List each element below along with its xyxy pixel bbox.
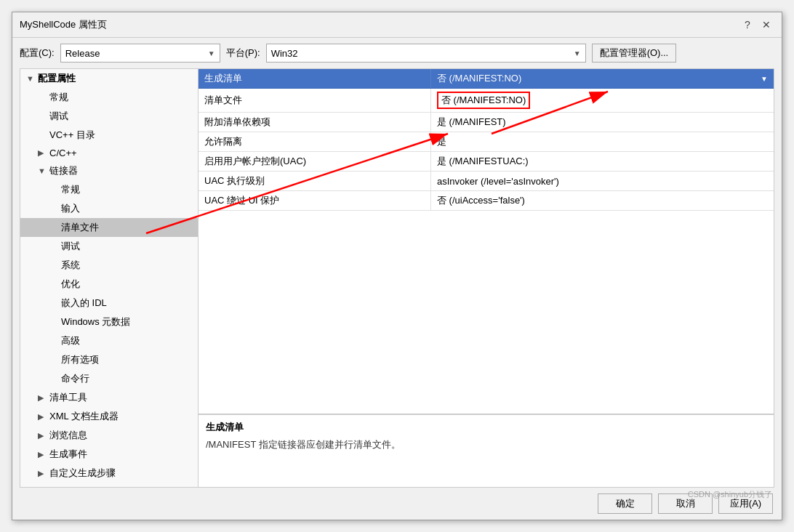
- prop-name-3: 启用用户帐户控制(UAC): [198, 152, 431, 171]
- sidebar-item-13[interactable]: Windows 元数据: [20, 313, 198, 331]
- config-value: Release: [65, 48, 100, 59]
- sidebar-item-4[interactable]: ▶C/C++: [20, 145, 198, 161]
- platform-dropdown-arrow: ▼: [574, 49, 581, 57]
- sidebar-item-1[interactable]: 常规: [20, 88, 198, 107]
- config-label: 配置(C):: [20, 47, 55, 60]
- config-dropdown[interactable]: Release ▼: [60, 44, 220, 63]
- watermark: CSDN @shinyub分钱了: [688, 489, 772, 500]
- expand-icon-21[interactable]: ▶: [38, 469, 49, 478]
- sidebar-label-6: 常规: [61, 183, 80, 196]
- sidebar-label-11: 优化: [61, 278, 80, 291]
- sidebar-item-15[interactable]: 所有选项: [20, 350, 198, 369]
- sidebar-label-19: 浏览信息: [49, 429, 87, 442]
- expand-icon-20[interactable]: ▶: [38, 450, 49, 459]
- manage-config-button[interactable]: 配置管理器(O)...: [592, 44, 677, 63]
- sidebar-item-18[interactable]: ▶XML 文档生成器: [20, 407, 198, 426]
- help-button[interactable]: ?: [739, 17, 755, 33]
- sidebar-label-9: 调试: [61, 240, 80, 253]
- sidebar-item-14[interactable]: 高级: [20, 331, 198, 350]
- sidebar-label-21: 自定义生成步骤: [49, 467, 116, 480]
- expand-icon-0[interactable]: ▼: [26, 74, 38, 83]
- sidebar-item-12[interactable]: 嵌入的 IDL: [20, 294, 198, 313]
- expand-icon-18[interactable]: ▶: [38, 412, 49, 422]
- platform-dropdown[interactable]: Win32 ▼: [266, 44, 586, 63]
- sidebar-label-22: 代码分析: [49, 485, 87, 487]
- header-value-col[interactable]: 否 (/MANIFEST:NO) ▼: [431, 69, 774, 88]
- expand-icon-19[interactable]: ▶: [38, 431, 49, 440]
- close-button[interactable]: ✕: [758, 17, 774, 33]
- sidebar-item-8[interactable]: 清单文件: [20, 218, 198, 237]
- sidebar-label-14: 高级: [61, 334, 80, 347]
- sidebar-label-18: XML 文档生成器: [49, 410, 119, 423]
- sidebar-item-5[interactable]: ▼链接器: [20, 161, 198, 180]
- sidebar-item-20[interactable]: ▶生成事件: [20, 445, 198, 464]
- prop-row-0[interactable]: 清单文件否 (/MANIFEST:NO): [198, 89, 774, 113]
- platform-label: 平台(P):: [226, 47, 260, 60]
- prop-name-2: 允许隔离: [198, 132, 431, 151]
- prop-row-2[interactable]: 允许隔离是: [198, 132, 774, 152]
- prop-row-4[interactable]: UAC 执行级别asInvoker (/level='asInvoker'): [198, 172, 774, 191]
- sidebar-label-10: 系统: [61, 259, 80, 272]
- content-area: ▼配置属性常规调试VC++ 目录▶C/C++▼链接器常规输入清单文件调试系统优化…: [20, 68, 774, 488]
- sidebar-label-16: 命令行: [61, 372, 89, 385]
- expand-icon-4[interactable]: ▶: [38, 148, 49, 158]
- sidebar-item-19[interactable]: ▶浏览信息: [20, 426, 198, 445]
- sidebar-item-21[interactable]: ▶自定义生成步骤: [20, 464, 198, 483]
- header-dropdown-arrow: ▼: [761, 75, 768, 83]
- sidebar: ▼配置属性常规调试VC++ 目录▶C/C++▼链接器常规输入清单文件调试系统优化…: [20, 69, 198, 487]
- prop-name-4: UAC 执行级别: [198, 172, 431, 190]
- sidebar-label-0: 配置属性: [38, 72, 76, 85]
- sidebar-item-11[interactable]: 优化: [20, 275, 198, 294]
- sidebar-item-9[interactable]: 调试: [20, 237, 198, 256]
- prop-value-3[interactable]: 是 (/MANIFESTUAC:): [431, 152, 774, 171]
- prop-value-1[interactable]: 是 (/MANIFEST): [431, 113, 774, 132]
- expand-icon-5[interactable]: ▼: [38, 166, 49, 175]
- dialog-title: MyShellCode 属性页: [20, 18, 107, 31]
- prop-row-1[interactable]: 附加清单依赖项是 (/MANIFEST): [198, 113, 774, 132]
- sidebar-label-1: 常规: [49, 91, 68, 104]
- sidebar-item-17[interactable]: ▶清单工具: [20, 388, 198, 407]
- sidebar-label-20: 生成事件: [49, 448, 87, 461]
- prop-name-1: 附加清单依赖项: [198, 113, 431, 132]
- red-border-value-0: 否 (/MANIFEST:NO): [437, 92, 530, 109]
- sidebar-item-0[interactable]: ▼配置属性: [20, 69, 198, 88]
- prop-value-5[interactable]: 否 (/uiAccess='false'): [431, 191, 774, 210]
- sidebar-item-2[interactable]: 调试: [20, 107, 198, 126]
- sidebar-label-2: 调试: [49, 110, 68, 123]
- prop-row-3[interactable]: 启用用户帐户控制(UAC)是 (/MANIFESTUAC:): [198, 152, 774, 172]
- prop-value-4[interactable]: asInvoker (/level='asInvoker'): [431, 172, 774, 190]
- sidebar-label-3: VC++ 目录: [49, 129, 95, 142]
- sidebar-item-16[interactable]: 命令行: [20, 369, 198, 388]
- sidebar-label-13: Windows 元数据: [61, 315, 130, 329]
- prop-row-5[interactable]: UAC 绕过 UI 保护否 (/uiAccess='false'): [198, 191, 774, 211]
- sidebar-label-7: 输入: [61, 202, 80, 215]
- prop-value-0[interactable]: 否 (/MANIFEST:NO): [431, 89, 774, 112]
- description-title: 生成清单: [206, 421, 766, 434]
- config-dropdown-arrow: ▼: [208, 49, 215, 57]
- sidebar-label-17: 清单工具: [49, 391, 87, 404]
- platform-value: Win32: [271, 48, 298, 59]
- sidebar-item-3[interactable]: VC++ 目录: [20, 126, 198, 145]
- sidebar-item-6[interactable]: 常规: [20, 180, 198, 199]
- prop-name-0: 清单文件: [198, 89, 431, 112]
- title-bar: MyShellCode 属性页 ? ✕: [12, 12, 782, 38]
- sidebar-label-15: 所有选项: [61, 353, 99, 366]
- prop-name-5: UAC 绕过 UI 保护: [198, 191, 431, 210]
- description-text: /MANIFEST 指定链接器应创建并行清单文件。: [206, 438, 766, 451]
- toolbar: 配置(C): Release ▼ 平台(P): Win32 ▼ 配置管理器(O)…: [12, 38, 782, 68]
- props-header-row: 生成清单 否 (/MANIFEST:NO) ▼: [198, 69, 774, 89]
- title-buttons: ? ✕: [739, 17, 774, 33]
- sidebar-item-10[interactable]: 系统: [20, 256, 198, 275]
- sidebar-label-8: 清单文件: [61, 221, 99, 234]
- prop-value-2[interactable]: 是: [431, 132, 774, 151]
- description-panel: 生成清单 /MANIFEST 指定链接器应创建并行清单文件。: [198, 414, 774, 487]
- expand-icon-17[interactable]: ▶: [38, 393, 49, 403]
- sidebar-item-22[interactable]: ▶代码分析: [20, 483, 198, 487]
- footer: 确定 取消 应用(A): [12, 488, 782, 520]
- sidebar-item-7[interactable]: 输入: [20, 199, 198, 218]
- main-panel: 生成清单 否 (/MANIFEST:NO) ▼ 清单文件否 (/MANIFEST…: [198, 69, 774, 487]
- props-rows: 清单文件否 (/MANIFEST:NO)附加清单依赖项是 (/MANIFEST)…: [198, 89, 774, 211]
- props-table: 生成清单 否 (/MANIFEST:NO) ▼ 清单文件否 (/MANIFEST…: [198, 69, 774, 414]
- header-name-col: 生成清单: [198, 69, 431, 88]
- ok-button[interactable]: 确定: [598, 493, 652, 514]
